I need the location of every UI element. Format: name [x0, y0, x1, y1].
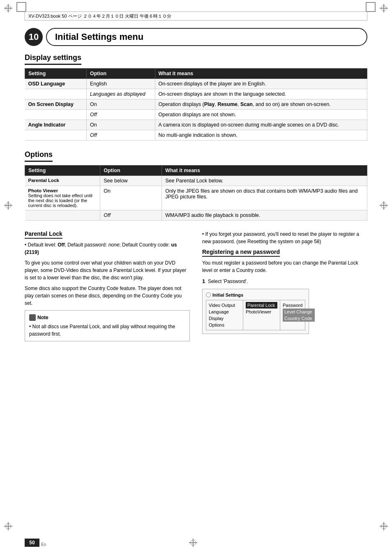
menu-item: PhotoViewer [246, 309, 277, 315]
option-cell: On [100, 186, 162, 210]
note-title: Note [29, 314, 185, 321]
menu-item: Parental Lock [246, 302, 277, 309]
col-header-meaning-2: What it means [162, 166, 367, 176]
meaning-cell: WMA/MP3 audio file playback is possible. [162, 210, 367, 221]
side-mark-right [380, 201, 388, 210]
page-number: 50 [25, 539, 39, 547]
page-en-label: En [41, 542, 46, 547]
lower-section: Parental Lock • Default level: Off; Defa… [25, 230, 367, 345]
option-cell: Languages as displayed [86, 89, 155, 99]
meaning-cell: A camera icon is displayed on-screen dur… [155, 120, 367, 130]
col-header-setting-2: Setting [25, 166, 100, 176]
menu-col-1: Video OutputLanguageDisplayOptions [206, 300, 243, 330]
setting-cell: Parental Lock [25, 176, 100, 186]
col-header-option-2: Option [100, 166, 162, 176]
menu-icon [206, 292, 211, 297]
meaning-cell: No multi-angle indication is shown. [155, 130, 367, 140]
meaning-cell: On-screen displays of the player are in … [155, 79, 367, 89]
option-cell: Off [100, 210, 162, 221]
bottom-mark-center [189, 539, 197, 547]
setting-cell [25, 110, 87, 120]
col-header-meaning-1: What it means [155, 69, 367, 79]
registering-password-heading: Registering a new password [202, 249, 280, 257]
col-header-setting-1: Setting [25, 69, 87, 79]
step1-instruction: 1 Select 'Password'. [202, 277, 367, 286]
registering-password-body: You must register a password before you … [202, 259, 367, 274]
setting-cell [25, 210, 100, 221]
forget-password-text: • If you forget your password, you'll ne… [202, 230, 367, 245]
options-table: Setting Option What it means Parental Lo… [25, 165, 367, 221]
menu-item: Display [209, 315, 240, 322]
corner-mark-bl [4, 522, 12, 530]
menu-col-3: PasswordLevel ChangeCountry Code [280, 300, 317, 330]
options-section: Options Setting Option What it means Par… [25, 150, 367, 221]
setting-cell: Photo ViewerSetting does not take effect… [25, 186, 100, 210]
display-settings-table: Setting Option What it means OSD Languag… [25, 68, 367, 140]
menu-screenshot-title: Initial Settings [206, 292, 305, 297]
meaning-cell: Operation displays (Play, Resume, Scan, … [155, 99, 367, 110]
main-content: Display settings Setting Option What it … [25, 53, 367, 345]
parental-lock-body1: To give you some control over what your … [25, 259, 190, 281]
option-cell: On [86, 120, 155, 130]
top-bar-text: XV-DV323.book 50 ページ ２０４年２月１０日 火曜日 午後６時１… [28, 13, 171, 19]
right-column: • If you forget your password, you'll ne… [202, 230, 367, 345]
note-box: Note • Not all discs use Parental Lock, … [25, 310, 190, 341]
corner-deco-tl [16, 2, 26, 12]
display-settings-heading: Display settings [25, 53, 81, 65]
top-bar: XV-DV323.book 50 ページ ２０４年２月１０日 火曜日 午後６時１… [25, 12, 367, 21]
title-bar: Initial Settings menu [46, 28, 367, 46]
menu-item: Video Output [209, 302, 240, 309]
meaning-cell: On-screen displays are shown in the lang… [155, 89, 367, 99]
meaning-cell: Operation displays are not shown. [155, 110, 367, 120]
setting-cell [25, 130, 87, 140]
meaning-cell: Only the JPEG files are shown on discs t… [162, 186, 367, 210]
display-settings-section: Display settings Setting Option What it … [25, 53, 367, 140]
note-text: • Not all discs use Parental Lock, and w… [29, 323, 185, 338]
parental-lock-heading: Parental Lock [25, 230, 62, 239]
chapter-badge: 10 [25, 28, 43, 46]
option-cell: Off [86, 110, 155, 120]
options-heading: Options [25, 150, 53, 162]
option-cell: Off [86, 130, 155, 140]
option-cell: English [86, 79, 155, 89]
menu-col-2: Parental LockPhotoViewer [243, 300, 280, 330]
parental-lock-default: • Default level: Off; Default password: … [25, 241, 190, 256]
note-icon [29, 314, 36, 321]
meaning-cell: See Parental Lock below. [162, 176, 367, 186]
menu-grid: Video OutputLanguageDisplayOptions Paren… [206, 300, 305, 330]
menu-item: Options [209, 322, 240, 328]
menu-item: Country Code [283, 315, 315, 322]
setting-cell: On Screen Display [25, 99, 87, 110]
corner-mark-tr [380, 4, 388, 12]
parental-lock-body2: Some discs also support the Country Code… [25, 285, 190, 307]
page-title: Initial Settings menu [55, 32, 143, 42]
col-header-option-1: Option [86, 69, 155, 79]
corner-mark-tl [4, 4, 12, 12]
setting-cell: Angle Indicator [25, 120, 87, 130]
option-cell: See below [100, 176, 162, 186]
menu-screenshot: Initial Settings Video OutputLanguageDis… [202, 289, 309, 334]
side-mark-left [4, 201, 12, 210]
menu-item: Level Change [283, 309, 315, 315]
left-column: Parental Lock • Default level: Off; Defa… [25, 230, 190, 345]
corner-deco-tr [366, 2, 376, 12]
option-cell: On [86, 99, 155, 110]
menu-item: Password [283, 302, 315, 309]
menu-item: Language [209, 309, 240, 315]
corner-mark-br [380, 522, 388, 530]
setting-cell: OSD Language [25, 79, 87, 89]
setting-cell [25, 89, 87, 99]
